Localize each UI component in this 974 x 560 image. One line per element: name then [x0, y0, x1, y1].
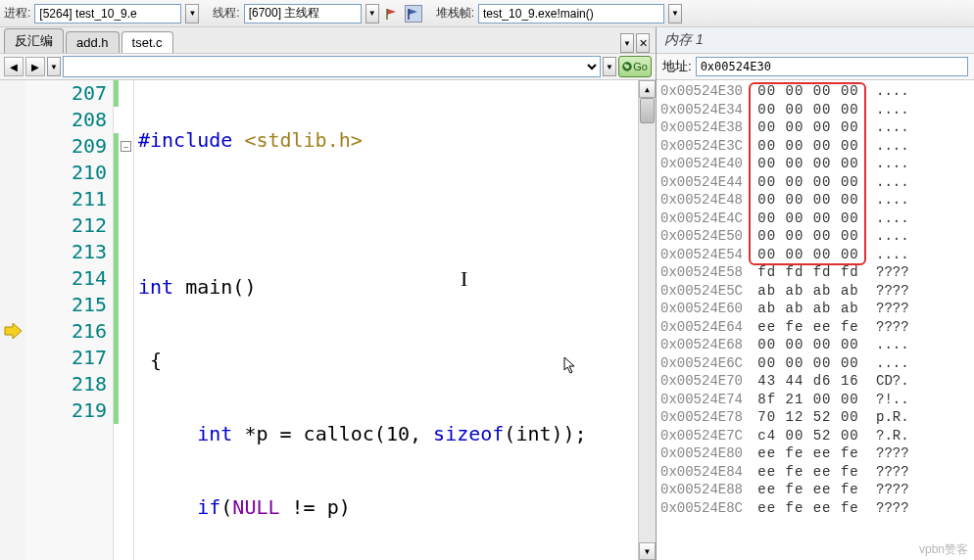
stackframe-select[interactable] — [478, 4, 664, 23]
tab-add-h[interactable]: add.h — [66, 31, 120, 53]
scroll-up-icon[interactable]: ▲ — [639, 80, 656, 98]
memory-row[interactable]: 0x00524E7Cc4 00 52 00?.R. — [660, 427, 970, 445]
memory-row[interactable]: 0x00524E4800 00 00 00.... — [660, 191, 970, 210]
memory-row[interactable]: 0x00524E4C00 00 00 00.... — [660, 210, 970, 228]
memory-row[interactable]: 0x00524E6C00 00 00 00.... — [660, 354, 970, 373]
memory-row[interactable]: 0x00524E5Cab ab ab ab???? — [660, 282, 970, 301]
close-tab-icon[interactable]: ✕ — [636, 33, 650, 53]
tab-disassembly[interactable]: 反汇编 — [4, 28, 64, 53]
tab-tset-c[interactable]: tset.c — [122, 31, 173, 53]
svg-marker-2 — [409, 9, 417, 15]
thread-select[interactable] — [244, 4, 362, 23]
memory-row[interactable]: 0x00524E7043 44 d6 16CD?. — [660, 372, 970, 391]
fold-column: − — [119, 80, 134, 560]
symbol-dropdown-icon[interactable]: ▼ — [603, 57, 616, 76]
memory-row[interactable]: 0x00524E60ab ab ab ab???? — [660, 300, 970, 318]
memory-row[interactable]: 0x00524E80ee fe ee fe???? — [660, 444, 970, 463]
execution-arrow-icon — [3, 320, 23, 344]
memory-dump[interactable]: 0x00524E3000 00 00 00....0x00524E3400 00… — [657, 80, 974, 560]
go-button[interactable]: Go — [618, 56, 652, 77]
editor-scrollbar[interactable]: ▲ ▼ — [638, 80, 656, 560]
thread-label: 线程: — [213, 5, 239, 22]
editor-tabs: 反汇编 add.h tset.c ▼ ✕ — [0, 27, 656, 53]
watermark: vpbn赞客 — [919, 541, 968, 558]
memory-row[interactable]: 0x00524E88ee fe ee fe???? — [660, 481, 970, 499]
top-toolbar: 进程: ▼ 线程: ▼ 堆栈帧: ▼ — [0, 0, 974, 27]
memory-row[interactable]: 0x00524E7870 12 52 00p.R. — [660, 408, 970, 427]
memory-pane: 内存 1 地址: 0x00524E3000 00 00 00....0x0052… — [657, 27, 974, 560]
memory-row[interactable]: 0x00524E64ee fe ee fe???? — [660, 318, 970, 337]
memory-row[interactable]: 0x00524E4000 00 00 00.... — [660, 155, 970, 173]
svg-marker-6 — [5, 323, 22, 339]
flag-blue-icon[interactable] — [405, 5, 422, 23]
memory-row[interactable]: 0x00524E84ee fe ee fe???? — [660, 463, 970, 482]
nav-bar: ◄ ► ▼ ▼ Go — [0, 53, 656, 80]
process-dropdown-icon[interactable]: ▼ — [185, 4, 199, 23]
line-number-gutter: 207 208 209 210 211 212 213 214 215 216 … — [25, 80, 114, 560]
process-label: 进程: — [4, 5, 30, 22]
scroll-thumb[interactable] — [640, 98, 655, 123]
memory-row[interactable]: 0x00524E3000 00 00 00.... — [660, 82, 970, 101]
memory-row[interactable]: 0x00524E3400 00 00 00.... — [660, 101, 970, 119]
memory-row[interactable]: 0x00524E6800 00 00 00.... — [660, 336, 970, 354]
code-editor[interactable]: 207 208 209 210 211 212 213 214 215 216 … — [0, 80, 656, 560]
process-select[interactable] — [34, 4, 181, 23]
flag-red-icon[interactable] — [383, 5, 401, 23]
fold-toggle-icon[interactable]: − — [121, 141, 131, 152]
nav-back-icon[interactable]: ◄ — [4, 57, 24, 76]
tab-list-dropdown-icon[interactable]: ▼ — [620, 33, 634, 53]
symbol-select[interactable] — [63, 56, 601, 77]
scroll-down-icon[interactable]: ▼ — [639, 542, 656, 560]
editor-pane: 反汇编 add.h tset.c ▼ ✕ ◄ ► ▼ ▼ Go — [0, 27, 657, 560]
memory-row[interactable]: 0x00524E4400 00 00 00.... — [660, 173, 970, 192]
nav-history-dropdown-icon[interactable]: ▼ — [47, 57, 61, 76]
stackframe-dropdown-icon[interactable]: ▼ — [668, 4, 682, 23]
memory-row[interactable]: 0x00524E3C00 00 00 00.... — [660, 137, 970, 156]
memory-row[interactable]: 0x00524E748f 21 00 00?!.. — [660, 391, 970, 409]
memory-title: 内存 1 — [657, 27, 974, 54]
memory-row[interactable]: 0x00524E5400 00 00 00.... — [660, 246, 970, 264]
thread-dropdown-icon[interactable]: ▼ — [365, 4, 379, 23]
svg-marker-0 — [387, 9, 396, 15]
memory-addr-label: 地址: — [662, 58, 692, 75]
memory-row[interactable]: 0x00524E5000 00 00 00.... — [660, 227, 970, 246]
memory-row[interactable]: 0x00524E58fd fd fd fd???? — [660, 263, 970, 282]
code-text[interactable]: #include <stdlib.h> int main() { int *p … — [134, 80, 638, 560]
memory-row[interactable]: 0x00524E3800 00 00 00.... — [660, 118, 970, 137]
nav-forward-icon[interactable]: ► — [25, 57, 45, 76]
stackframe-label: 堆栈帧: — [436, 5, 474, 22]
memory-addr-input[interactable] — [696, 57, 968, 76]
memory-row[interactable]: 0x00524E8Cee fe ee fe???? — [660, 499, 970, 518]
